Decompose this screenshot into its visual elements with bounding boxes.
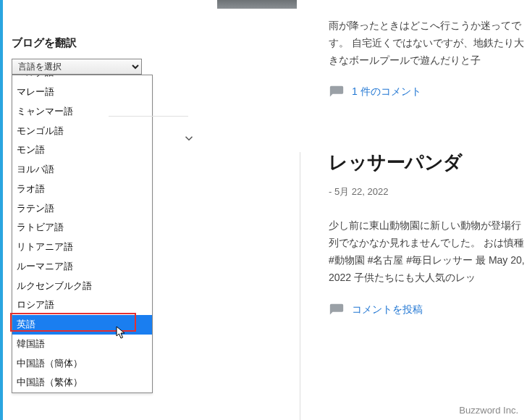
post-top: 雨が降ったときはどこへ行こうか迷ってです。 自宅近くではないですが、地鉄たり大き…: [313, 17, 527, 99]
post-body: 少し前に東山動物園に新しい動物が登場行列でなかなか見れませんでした。 おは慎種 …: [329, 217, 527, 286]
post-body: 雨が降ったときはどこへ行こうか迷ってです。 自宅近くではないですが、地鉄たり大き…: [329, 17, 527, 69]
comment-icon: [329, 85, 345, 99]
language-option[interactable]: 韓国語: [12, 335, 152, 354]
column-separator: [300, 152, 300, 420]
post-second: レッサーパンダ - 5月 22, 2022 少し前に東山動物園に新しい動物が登場…: [313, 150, 527, 316]
language-option[interactable]: ルクセンブルク語: [12, 277, 152, 296]
widget-title: ブログを翻訳: [12, 36, 207, 50]
language-option[interactable]: ミャンマー語: [12, 102, 152, 122]
left-accent-border: [0, 0, 3, 420]
post-comment-link[interactable]: コメントを投稿: [352, 303, 423, 316]
post-title: レッサーパンダ: [329, 150, 527, 175]
language-option[interactable]: 中国語（簡体）: [12, 354, 152, 374]
language-option[interactable]: ラトビア語: [12, 218, 152, 238]
language-option[interactable]: ラオ語: [12, 180, 152, 199]
comment-icon: [329, 303, 345, 317]
main-column: 雨が降ったときはどこへ行こうか迷ってです。 自宅近くではないですが、地鉄たり大き…: [313, 0, 527, 420]
chevron-down-icon: [182, 132, 195, 148]
footer-text: Buzzword Inc.: [459, 405, 518, 416]
post-date: - 5月 22, 2022: [329, 185, 527, 198]
language-dropdown[interactable]: マラーティー語マラガシ語マラヤーラム語マルタ語マレー語ミャンマー語モンゴル語モン…: [12, 75, 153, 393]
language-option[interactable]: ロシア語: [12, 295, 152, 315]
language-option[interactable]: ラテン語: [12, 199, 152, 219]
language-option[interactable]: 英語: [12, 315, 152, 335]
language-select[interactable]: 言語を選択: [12, 59, 142, 75]
language-option[interactable]: モンゴル語: [12, 122, 152, 141]
translate-widget: ブログを翻訳 言語を選択 マラーティー語マラガシ語マラヤーラム語マルタ語マレー語…: [12, 36, 207, 75]
comment-row: 1 件のコメント: [329, 85, 527, 99]
language-option[interactable]: モン語: [12, 140, 152, 160]
language-option[interactable]: ルーマニア語: [12, 257, 152, 277]
language-select-wrap: 言語を選択 マラーティー語マラガシ語マラヤーラム語マルタ語マレー語ミャンマー語モ…: [12, 59, 142, 75]
language-option[interactable]: マルタ語: [12, 75, 152, 83]
sidebar-divider: [109, 116, 188, 117]
language-option[interactable]: 中国語（繁体）: [12, 373, 152, 392]
language-option[interactable]: リトアニア語: [12, 238, 152, 257]
comment-row: コメントを投稿: [329, 303, 527, 317]
language-option[interactable]: マレー語: [12, 83, 152, 102]
comment-link[interactable]: 1 件のコメント: [352, 85, 421, 98]
language-option[interactable]: ヨルバ語: [12, 160, 152, 180]
header-strip: [217, 0, 297, 9]
